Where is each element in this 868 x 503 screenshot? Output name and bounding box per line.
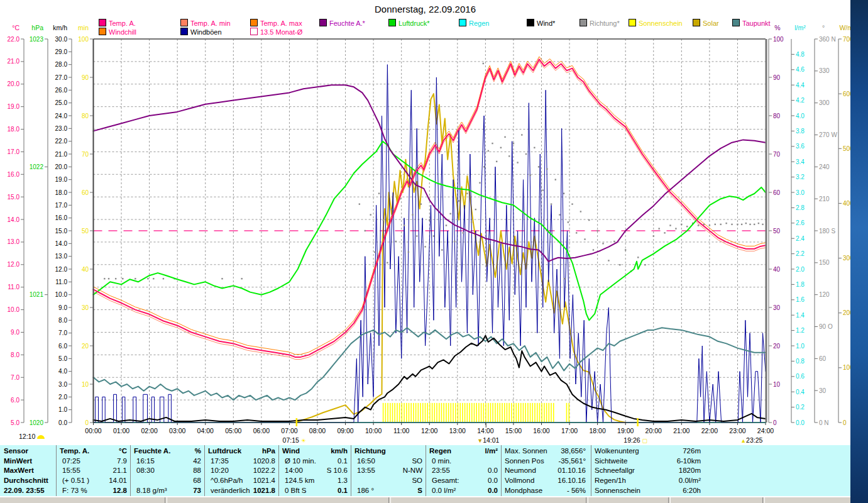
svg-text:30.0: 30.0 [55, 36, 68, 43]
svg-text:18:00: 18:00 [589, 427, 605, 434]
svg-text:16.0: 16.0 [8, 171, 20, 178]
svg-text:°: ° [822, 24, 825, 31]
table-cell: Mondphase [505, 486, 542, 495]
svg-text:07:00: 07:00 [281, 427, 297, 434]
svg-text:0: 0 [85, 419, 89, 426]
table-cell: veränderlich [211, 486, 250, 495]
table-cell: 186 ° [357, 486, 374, 495]
svg-text:7.0: 7.0 [58, 329, 67, 336]
svg-text:9.0: 9.0 [58, 304, 67, 311]
table-cell: 0.0 [488, 486, 498, 495]
table-cell: Temp. A. [60, 446, 89, 456]
svg-text:5.0: 5.0 [11, 419, 19, 426]
svg-text:20.0: 20.0 [8, 80, 20, 87]
svg-text:20: 20 [82, 343, 89, 350]
table-cell: -35,561° [558, 456, 586, 466]
svg-text:13.0: 13.0 [55, 253, 68, 260]
table-divider [204, 445, 205, 496]
axis-marker-1926: 19:26 ▢ [624, 436, 647, 444]
arrow-up-icon: ▲ [740, 438, 746, 444]
desktop-edge [850, 0, 868, 503]
svg-text:min: min [78, 24, 89, 31]
svg-text:180 S: 180 S [819, 228, 835, 235]
table-cell: 16.10.16 [558, 476, 586, 485]
svg-text:24:00: 24:00 [757, 427, 774, 434]
svg-text:3.0: 3.0 [796, 189, 805, 196]
svg-text:100: 100 [78, 36, 89, 43]
svg-text:20: 20 [773, 343, 781, 350]
status-bar-divider [668, 497, 671, 503]
table-cell: 22.09. 23:55 [4, 486, 45, 495]
table-cell: 42 [193, 456, 201, 466]
svg-text:12:00: 12:00 [421, 427, 437, 434]
svg-text:2.8: 2.8 [796, 204, 805, 211]
table-cell: Sichtweite [595, 456, 627, 466]
svg-text:19.0: 19.0 [8, 103, 20, 110]
svg-text:90 O: 90 O [819, 323, 833, 330]
svg-text:70: 70 [82, 151, 89, 158]
table-cell: 1021.4 [253, 476, 275, 485]
svg-text:23.0: 23.0 [55, 125, 68, 132]
svg-text:3.6: 3.6 [796, 143, 805, 150]
svg-text:30: 30 [773, 304, 781, 311]
weather-chart-app: { "title": "Donnerstag, 22.09.2016", "le… [0, 0, 868, 503]
svg-text:21.0: 21.0 [55, 151, 68, 158]
svg-text:l/m²: l/m² [794, 24, 806, 31]
table-cell: Sonnen Pos [505, 456, 544, 466]
svg-text:02:00: 02:00 [141, 427, 157, 434]
svg-text:29.0: 29.0 [55, 48, 68, 55]
svg-text:1.2: 1.2 [796, 327, 805, 334]
marker-time: 12:10 [19, 433, 35, 440]
table-cell: Wind [282, 446, 300, 456]
table-cell: 13:55 [357, 466, 375, 475]
table-cell: S 10.6 [327, 466, 348, 475]
table-cell: 14:00 [285, 466, 303, 475]
svg-text:0.0: 0.0 [796, 419, 805, 426]
svg-text:3.2: 3.2 [796, 174, 805, 180]
svg-text:0.2: 0.2 [796, 404, 805, 411]
table-cell: Gesamt: [432, 476, 459, 485]
svg-text:50: 50 [82, 228, 89, 235]
table-cell: F: 73 % [62, 486, 87, 495]
svg-text:21:00: 21:00 [673, 427, 689, 434]
svg-text:04:00: 04:00 [197, 427, 214, 434]
sensor-table: SensorMinWertMaxWertDurchschnitt22.09. 2… [0, 445, 850, 496]
table-cell: 0.0 [488, 476, 498, 485]
table-cell: Feuchte A. [134, 446, 170, 456]
svg-text:0.0: 0.0 [58, 419, 67, 426]
table-cell: Durchschnitt [4, 476, 48, 485]
table-cell: 73 [193, 486, 201, 495]
svg-text:30: 30 [82, 304, 89, 311]
svg-text:60: 60 [819, 355, 827, 362]
svg-text:19.0: 19.0 [55, 176, 68, 183]
status-bar-divider [586, 497, 588, 503]
svg-text:13:00: 13:00 [449, 427, 466, 434]
svg-text:15.0: 15.0 [8, 194, 20, 201]
axis-marker-0715: 07:15 ☀ [283, 436, 306, 444]
table-cell: 16:50 [357, 456, 375, 466]
table-cell: 0.0 [488, 466, 498, 475]
svg-text:4.6: 4.6 [796, 66, 805, 73]
svg-text:16.0: 16.0 [55, 214, 68, 221]
svg-text:1023: 1023 [30, 36, 44, 43]
table-cell: 1820m [679, 466, 701, 475]
svg-text:3.0: 3.0 [58, 381, 67, 388]
svg-text:4.0: 4.0 [58, 368, 67, 375]
table-cell: 68 [193, 476, 201, 485]
svg-text:06:00: 06:00 [253, 427, 270, 434]
svg-text:km/h: km/h [53, 24, 67, 31]
table-cell: 0.1 [338, 456, 348, 466]
table-cell: 0 Bft S [285, 486, 307, 495]
svg-text:9.0: 9.0 [11, 329, 19, 336]
svg-text:0 N: 0 N [819, 419, 829, 426]
svg-text:0.8: 0.8 [796, 358, 805, 365]
svg-text:2.4: 2.4 [796, 235, 805, 242]
status-bar-divider [388, 497, 391, 503]
svg-text:24.0: 24.0 [55, 113, 68, 119]
svg-text:360 N: 360 N [819, 36, 836, 43]
axis-marker-2325: ▲23:25 [740, 436, 762, 444]
weather-chart: 5.06.07.08.09.010.011.012.013.014.015.01… [0, 0, 868, 444]
status-bar [0, 497, 850, 503]
svg-text:0.4: 0.4 [796, 389, 805, 395]
svg-text:20.0: 20.0 [55, 163, 68, 170]
